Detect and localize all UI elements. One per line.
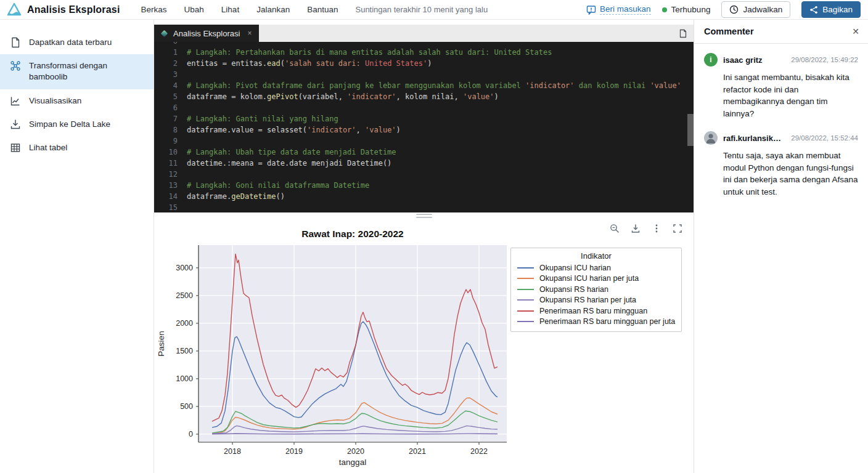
- sidebar-item-label: Lihat tabel: [29, 142, 67, 153]
- code-token: gePivot: [267, 92, 298, 101]
- menu-ubah[interactable]: Ubah: [184, 5, 204, 14]
- y-tick-label: 1500: [176, 347, 193, 355]
- code-token: # Langkah: Ganti nilai yang hilang: [187, 115, 338, 123]
- zoom-icon[interactable]: [608, 222, 621, 236]
- y-tick-label: 0: [189, 430, 193, 439]
- code-line: 6: [154, 102, 694, 113]
- code-text: [187, 42, 694, 47]
- divider-drag-handle[interactable]: [416, 214, 432, 218]
- clock-icon: [729, 5, 739, 14]
- topbar: Analisis Eksplorasi Berkas Ubah Lihat Ja…: [0, 0, 868, 20]
- line-number: 11: [160, 158, 187, 169]
- x-axis-label: tanggal: [339, 458, 366, 467]
- code-token: geDatetime: [231, 192, 276, 201]
- chart-line-icon: [10, 95, 21, 107]
- code-text: [187, 169, 694, 180]
- code-editor[interactable]: 01# Langkah: Pertahankan baris di mana e…: [154, 42, 694, 212]
- y-axis-label: Pasien: [157, 331, 166, 356]
- code-token: (: [280, 59, 285, 68]
- menu-bantuan[interactable]: Bantuan: [307, 5, 338, 14]
- code-line: 5dataframe = kolom.gePivot(variabel, 'in…: [154, 91, 694, 102]
- menu-lihat[interactable]: Lihat: [221, 5, 239, 14]
- code-token: dataframe = kolom.: [187, 92, 267, 101]
- sidebar-item-visualize[interactable]: Visualisasikan: [0, 89, 154, 113]
- code-token: ead: [267, 59, 280, 68]
- sidebar-item-save-delta[interactable]: Simpan ke Delta Lake: [0, 113, 154, 136]
- x-tick-label: 2020: [347, 447, 364, 456]
- sidebar-item-label: Visualisasikan: [29, 95, 81, 107]
- code-line: 9: [154, 135, 694, 147]
- code-text: [187, 202, 694, 212]
- share-button[interactable]: Bagikan: [801, 1, 861, 18]
- code-line: 14dataframe.geDatetime(): [154, 191, 694, 202]
- code-token: datetime.:meana = date.date menjadi Date…: [187, 159, 391, 168]
- code-line: 15: [154, 202, 694, 212]
- close-icon[interactable]: ✕: [852, 26, 859, 36]
- sidebar-item-label: Simpan ke Delta Lake: [29, 119, 110, 130]
- chart-title: Rawat Inap: 2020-2022: [301, 228, 403, 239]
- plot-background: [199, 245, 507, 442]
- menubar: Berkas Ubah Lihat Jalankan Bantuan: [141, 5, 338, 14]
- code-line: 11datetime.:meana = date.date menjadi Da…: [154, 158, 694, 169]
- code-line: 12: [154, 169, 694, 180]
- code-token: # Langkah: Pertahankan baris di mana ent…: [187, 48, 552, 57]
- feedback-link[interactable]: Beri masukan: [586, 4, 651, 15]
- x-tick-label: 2019: [285, 447, 303, 456]
- databricks-logo-icon: [6, 2, 22, 18]
- document-icon: [10, 37, 21, 48]
- notebook-file-icon: [160, 30, 168, 38]
- line-number: 0: [160, 42, 187, 47]
- legend-label: Okupansi ICU harian per juta: [539, 274, 639, 283]
- legend-label: Penerimaan RS baru mingguan per juta: [539, 317, 675, 326]
- sidebar-item-view-table[interactable]: Lihat tabel: [0, 136, 154, 160]
- line-number: 12: [160, 169, 187, 180]
- comments-panel: Commenter ✕ i isaac gritz 29/08/2022, 15…: [694, 20, 868, 473]
- legend-entry: Okupansi ICU harian per juta: [517, 273, 675, 285]
- code-line: 7# Langkah: Ganti nilai yang hilang: [154, 113, 694, 124]
- code-token: dataframe.: [187, 192, 231, 201]
- code-line: 8dataframe.value = selasset('indicator',…: [154, 124, 694, 135]
- legend-swatch-icon: [517, 278, 534, 279]
- comment-text: Ini sangat membantu, bisakah kita refact…: [723, 71, 858, 119]
- connection-status[interactable]: Terhubung: [662, 5, 711, 14]
- code-token: entitas = entitas.: [187, 59, 267, 68]
- sidebar-item-label: Transformasi dengan bamboolib: [29, 60, 144, 83]
- main-content: Analisis Eksplorasi × 01# Langkah: Perta…: [154, 20, 694, 473]
- schedule-button[interactable]: Jadwalkan: [721, 1, 790, 18]
- line-number: 6: [160, 102, 187, 113]
- last-edit-status: Suntingan terakhir 10 menit yang lalu: [355, 5, 488, 14]
- chart-legend: Indikator Okupansi ICU harianOkupansi IC…: [510, 248, 682, 332]
- code-token: 'salah satu dari:: [285, 59, 365, 68]
- tab-close-icon[interactable]: ×: [247, 29, 252, 38]
- legend-swatch-icon: [517, 267, 534, 269]
- y-tick-label: 2500: [176, 291, 193, 300]
- code-token: # Langkah: Goni nilai dataframma Datetim…: [187, 181, 369, 190]
- legend-swatch-icon: [517, 321, 534, 322]
- more-icon[interactable]: [650, 222, 663, 236]
- code-token: ): [494, 92, 499, 101]
- menu-jalankan[interactable]: Jalankan: [256, 5, 290, 14]
- menu-berkas[interactable]: Berkas: [141, 5, 167, 14]
- connected-dot-icon: [662, 7, 667, 12]
- y-tick-label: 1000: [176, 374, 193, 383]
- sidebar-item-bamboolib[interactable]: Transformasi dengan bamboolib: [0, 54, 154, 89]
- code-scrollbar[interactable]: [687, 114, 694, 146]
- code-token: United States': [365, 59, 427, 68]
- file-icon[interactable]: [673, 25, 694, 42]
- legend-entries: Okupansi ICU harianOkupansi ICU harian p…: [517, 262, 675, 327]
- comments-header: Commenter ✕: [694, 20, 868, 44]
- download-icon[interactable]: [629, 222, 642, 236]
- sidebar-item-get-data[interactable]: Dapatkan data terbaru: [0, 31, 154, 54]
- code-text: [187, 102, 694, 113]
- comment-item: rafi.kurlansik@datab... 29/08/2022, 15:5…: [694, 122, 868, 200]
- legend-entry: Okupansi RS harian per juta: [517, 295, 675, 306]
- fullscreen-icon[interactable]: [671, 222, 684, 236]
- main-top-gap: [154, 20, 694, 25]
- y-tick-label: 3000: [176, 264, 193, 272]
- code-text: # Langkah: Pertahankan baris di mana ent…: [187, 47, 694, 58]
- code-text: dataframe.geDatetime(): [187, 191, 694, 202]
- y-tick-label: 2000: [176, 319, 193, 328]
- tabbar-spacer: [259, 25, 673, 42]
- code-token: 'indicator': [347, 92, 396, 101]
- tab-analisis-eksplorasi[interactable]: Analisis Eksplorasi ×: [154, 25, 259, 42]
